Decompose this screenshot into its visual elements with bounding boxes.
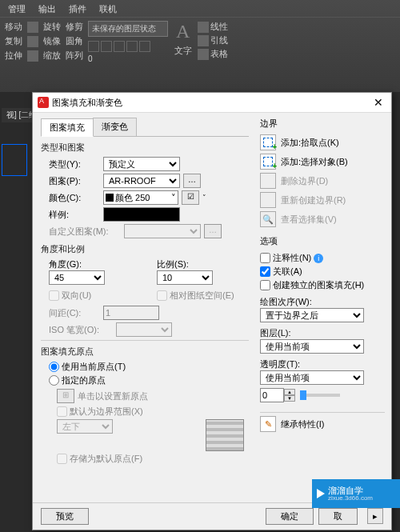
pattern-label: 图案(P): <box>49 175 100 187</box>
associative-checkbox[interactable] <box>260 266 270 277</box>
layer-state[interactable]: 未保存的图层状态 <box>88 21 168 37</box>
ribbon: 管理 输出 插件 联机 移动旋转修剪 复制镜像圆角 拉伸缩放阵列 未保存的图层状… <box>0 0 400 92</box>
scale-select[interactable]: 10 <box>157 270 213 285</box>
recreate-boundary-button: 重新创建边界(R) <box>260 192 385 208</box>
dialog-tabs: 图案填充 渐变色 <box>41 118 249 137</box>
cmd-mirror[interactable]: 镜像 <box>43 35 61 47</box>
inherit-icon: ✎ <box>260 416 276 432</box>
tab-hatch[interactable]: 图案填充 <box>41 118 94 137</box>
type-label: 类型(Y): <box>49 158 100 170</box>
ribbon-tabs: 管理 输出 插件 联机 <box>0 0 400 18</box>
paper-space-checkbox <box>157 290 167 301</box>
tab-gradient[interactable]: 渐变色 <box>93 118 137 136</box>
origin-preview-icon <box>206 419 244 451</box>
table-icon <box>198 49 209 60</box>
options-title: 选项 <box>260 235 385 247</box>
pattern-select[interactable]: AR-RROOF <box>103 174 180 188</box>
play-icon <box>317 489 325 498</box>
group-type: 类型和图案 <box>41 142 249 154</box>
cmd-move[interactable]: 移动 <box>5 21 22 33</box>
cmd-scale[interactable]: 缩放 <box>43 50 61 62</box>
cmd-copy[interactable]: 复制 <box>5 35 22 47</box>
cmd-stretch[interactable]: 拉伸 <box>5 50 22 62</box>
cmd-trim[interactable]: 修剪 <box>66 21 83 33</box>
preview-button[interactable]: 预览 <box>41 508 89 525</box>
cmd-leader[interactable]: 引线 <box>198 34 228 46</box>
group-angle: 角度和比例 <box>41 243 249 255</box>
hatch-dialog: 图案填充和渐变色 ✕ 图案填充 渐变色 类型和图案 类型(Y): 预定义 图案(… <box>32 92 392 530</box>
double-checkbox <box>49 290 59 301</box>
tab-plugins[interactable]: 插件 <box>69 3 86 15</box>
type-select[interactable]: 预定义 <box>103 157 180 171</box>
add-pick-button[interactable]: +添加:拾取点(K) <box>260 134 385 150</box>
view-selection-button: 🔍查看选择集(V) <box>260 211 385 227</box>
transparency-spinner[interactable]: ▲▼ <box>260 388 295 402</box>
pattern-browse[interactable]: … <box>183 174 201 188</box>
set-origin-button: ⊞ <box>57 389 74 403</box>
layer-current: 0 <box>88 54 168 63</box>
scale-label: 比例(S): <box>157 258 249 270</box>
select-object-icon: + <box>260 154 276 170</box>
titlebar: 图案填充和渐变色 ✕ <box>33 93 391 113</box>
remove-boundary-button: 删除边界(D) <box>260 173 385 189</box>
view-icon: 🔍 <box>260 211 276 227</box>
tab-output[interactable]: 输出 <box>38 3 56 15</box>
mirror-icon <box>27 36 38 47</box>
cmd-rotate[interactable]: 旋转 <box>43 21 61 33</box>
annotative-checkbox[interactable] <box>260 253 270 263</box>
custom-pattern-select <box>124 224 201 238</box>
expand-button[interactable]: ▸ <box>367 508 383 524</box>
drawing-selection <box>2 144 27 176</box>
transparency-slider[interactable] <box>300 394 340 397</box>
transparency-value[interactable] <box>260 388 284 402</box>
color-label: 颜色(C): <box>49 192 100 204</box>
sample-preview[interactable] <box>103 207 180 222</box>
cancel-button[interactable]: 取 <box>318 508 358 525</box>
transparency-select[interactable]: 使用当前项 <box>260 370 364 385</box>
ribbon-panels: 移动旋转修剪 复制镜像圆角 拉伸缩放阵列 未保存的图层状态 0 A 文字 线性 … <box>0 18 400 66</box>
angle-label: 角度(G): <box>49 258 141 270</box>
origin-specified-radio[interactable] <box>49 375 59 386</box>
layer-toggles[interactable] <box>88 41 168 52</box>
recreate-icon <box>260 192 276 208</box>
ok-button[interactable]: 确定 <box>266 508 314 525</box>
close-button[interactable]: ✕ <box>370 96 386 109</box>
cmd-fillet[interactable]: 圆角 <box>66 35 83 47</box>
text-tool-icon[interactable]: A <box>173 21 193 42</box>
scale-icon <box>27 50 38 62</box>
layer-select[interactable]: 使用当前项 <box>260 339 364 354</box>
pick-point-icon: + <box>260 134 276 150</box>
add-select-button[interactable]: +添加:选择对象(B) <box>260 154 385 170</box>
layer-label: 图层(L): <box>260 327 385 339</box>
tab-manage[interactable]: 管理 <box>8 3 26 15</box>
cmd-table[interactable]: 表格 <box>198 48 228 60</box>
inherit-button[interactable]: ✎继承特性(I) <box>260 416 385 432</box>
group-origin: 图案填充原点 <box>41 346 249 358</box>
default-extents-checkbox <box>57 406 67 417</box>
boundary-title: 边界 <box>260 118 385 130</box>
leader-icon <box>198 35 209 46</box>
dialog-title: 图案填充和渐变色 <box>52 97 370 109</box>
iso-label: ISO 笔宽(O): <box>49 324 113 336</box>
cmd-linear[interactable]: 线性 <box>198 21 228 33</box>
color-select[interactable]: 颜色 250˅ <box>103 190 178 205</box>
color-bg-toggle[interactable]: ☑ <box>182 190 199 205</box>
watermark: 溜溜自学zixue.3d66.com <box>312 479 400 508</box>
store-default-checkbox <box>57 454 67 464</box>
spacing-input <box>103 306 159 320</box>
info-icon[interactable]: i <box>314 254 323 263</box>
angle-select[interactable]: 45 <box>49 270 105 285</box>
draw-order-select[interactable]: 置于边界之后 <box>260 308 364 322</box>
custom-browse: … <box>204 224 222 238</box>
tab-online[interactable]: 联机 <box>99 3 117 15</box>
linear-icon <box>198 22 209 33</box>
cmd-array[interactable]: 阵列 <box>66 50 83 62</box>
origin-position-select: 左下 <box>57 419 113 434</box>
sample-label: 样例: <box>49 209 100 221</box>
text-group-label: 文字 <box>174 45 192 57</box>
separate-checkbox[interactable] <box>260 280 270 290</box>
origin-current-radio[interactable] <box>49 362 59 372</box>
spacing-label: 间距(C): <box>49 307 100 319</box>
custom-pattern-label: 自定义图案(M): <box>49 226 121 238</box>
iso-select <box>116 322 172 337</box>
